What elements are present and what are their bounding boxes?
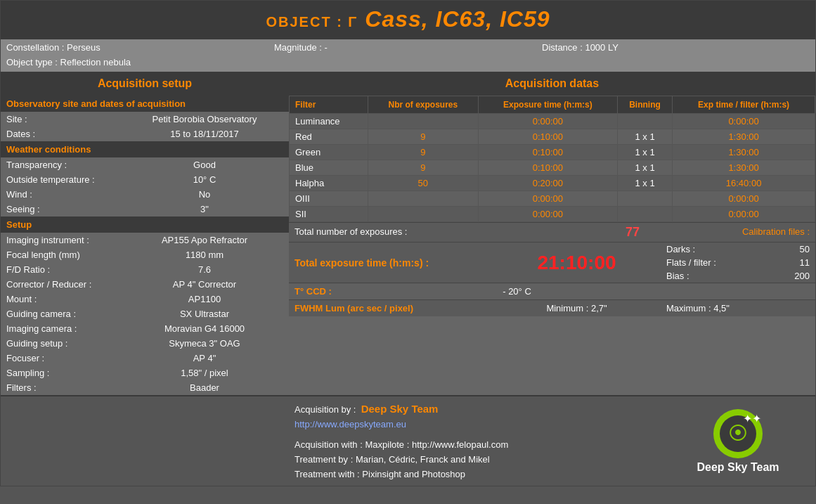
focuser-label: Focuser : (6, 353, 126, 363)
wind-row: Wind : No (1, 187, 289, 202)
th-exp-time-filter: Exp time / filter (h:m:s) (673, 96, 815, 114)
exp-filter-cell: 16:40:00 (673, 176, 815, 191)
exp-filter-cell: 1:30:00 (673, 160, 815, 176)
imaging-camera-label: Imaging camera : (6, 323, 126, 334)
treatment-by-row: Treatment by : Marian, Cédric, Franck an… (294, 452, 655, 467)
acquisition-table: Filter Nbr of exposures Exposure time (h… (289, 96, 815, 222)
wind-value: No (126, 189, 283, 200)
magnitude-cell: Magnitude : - (274, 42, 542, 53)
filter-cell: Halpha (290, 176, 368, 191)
binning-cell: 1 x 1 (617, 176, 672, 191)
calibration-data: Darks : 50 Flats / filter : 11 Bias : 20… (661, 243, 815, 283)
table-row: Luminance0:00:000:00:00 (290, 114, 815, 129)
filters-row: Filters : Baader (1, 380, 289, 395)
filter-cell: Luminance (290, 114, 368, 129)
exposure-cell: 0:10:00 (478, 129, 617, 145)
filter-cell: Blue (290, 160, 368, 176)
guiding-camera-value: SX Ultrastar (126, 309, 283, 319)
section-header-right: Acquisition datas (289, 72, 815, 96)
acquisition-link: http://www.deepskyteam.eu (294, 419, 406, 429)
binning-cell: 1 x 1 (617, 129, 672, 145)
sampling-value: 1,58" / pixel (126, 368, 283, 378)
dates-row: Dates : 15 to 18/11/2017 (1, 127, 289, 141)
treatment-by-label: Treatment by : (294, 454, 353, 465)
total-exposures-row: Total number of exposures : 77 Calibrati… (289, 222, 815, 242)
flats-row: Flats / filter : 11 (661, 256, 815, 269)
setup-header: Setup (1, 217, 289, 233)
total-exp-time-label: Total exposure time (h:m:s) : (289, 254, 493, 272)
treatment-with-value: Pixinsight and Photoshop (362, 469, 465, 479)
exposure-cell: 0:00:00 (478, 207, 617, 222)
bias-label: Bias : (666, 271, 782, 281)
acq-with-label: Acquisition with : (294, 439, 363, 450)
corrector-label: Corrector / Reducer : (6, 279, 126, 290)
title-text: OBJECT : γ Cass, IC63, IC59 (266, 6, 550, 32)
exposure-cell: 0:00:00 (478, 114, 617, 129)
site-row: Site : Petit Borobia Observatory (1, 112, 289, 127)
exposure-cell: 0:10:00 (478, 145, 617, 160)
transparency-value: Good (126, 160, 283, 170)
filters-value: Baader (126, 382, 283, 393)
outside-temp-label: Outside temperature : (6, 174, 126, 185)
spacer (294, 432, 655, 437)
seeing-label: Seeing : (6, 204, 126, 214)
total-exp-time-value: 21:10:00 (493, 252, 661, 274)
bottom-right: Acquisition by : Deep Sky Team http://ww… (289, 396, 815, 486)
focal-length-row: Focal length (mm) 1180 mm (1, 247, 289, 262)
outside-temp-value: 10° C (126, 174, 283, 185)
nbr-cell: 50 (368, 176, 478, 191)
binning-cell: 1 x 1 (617, 160, 672, 176)
ccd-value: - 20° C (373, 286, 661, 297)
flats-label: Flats / filter : (666, 257, 782, 268)
bias-row: Bias : 200 (661, 269, 815, 283)
acquisition-with-row: Acquisition with : Maxpilote : http://ww… (294, 437, 655, 452)
table-row: SII0:00:000:00:00 (290, 207, 815, 222)
acq-with-value: Maxpilote : http://www.felopaul.com (365, 439, 508, 450)
table-row: Red90:10:001 x 11:30:00 (290, 129, 815, 145)
exp-filter-cell: 1:30:00 (673, 145, 815, 160)
dates-label: Dates : (6, 129, 126, 139)
section-header-left: Acquisition setup (1, 72, 289, 96)
transparency-row: Transparency : Good (1, 157, 289, 172)
nbr-cell: 9 (368, 145, 478, 160)
acquisition-by-row: Acquisition by : Deep Sky Team (294, 401, 655, 417)
focuser-row: Focuser : AP 4" (1, 351, 289, 366)
bottom-section: Acquisition by : Deep Sky Team http://ww… (1, 395, 815, 486)
focal-length-value: 1180 mm (126, 250, 283, 260)
exp-filter-cell: 1:30:00 (673, 129, 815, 145)
filter-cell: SII (290, 207, 368, 222)
object-type: Object type : Reflection nebula (6, 57, 131, 67)
bias-value: 200 (782, 271, 810, 281)
nbr-cell: 9 (368, 129, 478, 145)
fwhm-row: FWHM Lum (arc sec / pixel) Minimum : 2,7… (289, 299, 815, 316)
total-exposures-value: 77 (590, 223, 675, 242)
guiding-setup-value: Skymeca 3" OAG (126, 338, 283, 349)
title-main: Cass, IC63, IC59 (365, 6, 550, 32)
calibration-files-label: Calibration files : (675, 223, 815, 242)
sampling-label: Sampling : (6, 368, 126, 378)
imaging-camera-row: Imaging camera : Moravian G4 16000 (1, 321, 289, 336)
mount-row: Mount : AP1100 (1, 292, 289, 306)
exposure-cell: 0:10:00 (478, 160, 617, 176)
mount-value: AP1100 (126, 294, 283, 304)
table-row: Green90:10:001 x 11:30:00 (290, 145, 815, 160)
flats-value: 11 (782, 257, 810, 268)
binning-cell: 1 x 1 (617, 145, 672, 160)
corrector-value: AP 4" Corrector (126, 279, 283, 290)
focuser-value: AP 4" (126, 353, 283, 363)
focal-length-label: Focal length (mm) (6, 250, 126, 260)
acq-by-label: Acquisition by : (294, 404, 356, 415)
table-row: Halpha500:20:001 x 116:40:00 (290, 176, 815, 191)
right-panel: Filter Nbr of exposures Exposure time (h… (289, 96, 815, 395)
nbr-cell (368, 191, 478, 207)
site-value: Petit Borobia Observatory (126, 114, 283, 124)
seeing-value: 3" (126, 204, 283, 214)
imaging-camera-value: Moravian G4 16000 (126, 323, 283, 334)
title-bar: OBJECT : γ Cass, IC63, IC59 (1, 1, 815, 39)
exposure-cell: 0:00:00 (478, 191, 617, 207)
mount-label: Mount : (6, 294, 126, 304)
wind-label: Wind : (6, 189, 126, 200)
page-container: OBJECT : γ Cass, IC63, IC59 Constellatio… (0, 0, 816, 486)
corrector-row: Corrector / Reducer : AP 4" Corrector (1, 277, 289, 292)
guiding-camera-label: Guiding camera : (6, 309, 126, 319)
